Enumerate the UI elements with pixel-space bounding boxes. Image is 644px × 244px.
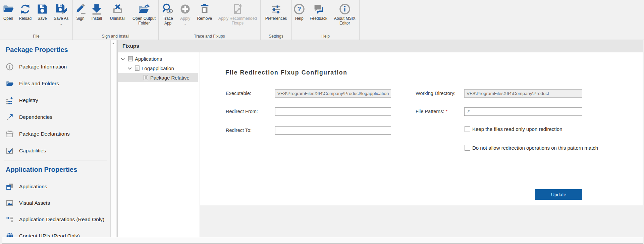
sidebar-item-package-declarations[interactable]: Package Declarations [0, 126, 110, 142]
fixup-document-icon [231, 3, 244, 15]
fixups-tree: Applications Logapplication Package Rela… [118, 52, 200, 237]
sidebar-item-package-information[interactable]: Package Information [0, 58, 110, 75]
document-icon [135, 65, 140, 71]
apply-plus-icon [179, 3, 191, 15]
ribbon-group-label: Sign and Install [73, 34, 158, 39]
ribbon-group-sign-install: Sign Install Uninstall Open Output Folde… [73, 0, 159, 40]
file-patterns-label: File Patterns: * [416, 108, 447, 115]
sidebar-heading-application-properties: Application Properties [0, 160, 110, 174]
sidebar-item-content-uris[interactable]: Content URIs (Read Only) [0, 228, 110, 237]
tree-item-applications[interactable]: Applications [118, 54, 200, 63]
svg-text:?: ? [298, 6, 301, 12]
ribbon-group-help: ? Help Feedback About MSIX Editor Help [292, 0, 360, 40]
ribbon-group-label: File [0, 34, 72, 39]
sidebar-heading-package-properties: Package Properties [0, 40, 110, 54]
reload-button[interactable]: Reload [16, 0, 34, 21]
image-icon [6, 199, 14, 207]
fixups-panel: Fixups Applications Logapplication Packa… [117, 40, 643, 237]
about-msix-editor-button[interactable]: About MSIX Editor [331, 0, 359, 26]
bottom-status-bar [2, 237, 643, 244]
required-marker: * [445, 109, 447, 114]
checkbox-box[interactable] [465, 126, 470, 132]
chevron-down-icon: ⌄ [184, 22, 187, 25]
chevron-down-icon [127, 67, 132, 70]
uninstall-icon [112, 3, 124, 15]
scrollbar-up-arrow[interactable] [111, 40, 116, 47]
trash-icon [199, 3, 211, 15]
preferences-button[interactable]: Preferences [262, 0, 290, 21]
file-patterns-input[interactable] [464, 107, 582, 116]
help-button[interactable]: ? Help [292, 0, 306, 21]
tree-item-logapplication[interactable]: Logapplication [118, 63, 200, 73]
sidebar-item-visual-assets[interactable]: Visual Assets [0, 195, 110, 211]
feedback-button[interactable]: Feedback [307, 0, 330, 21]
info-circle-icon [6, 63, 14, 71]
chevron-down-icon: ⌄ [60, 22, 63, 25]
sidebar-item-files-and-folders[interactable]: Files and Folders [0, 75, 110, 92]
form-background [200, 205, 643, 237]
feedback-icon [313, 3, 325, 15]
navigation-sidebar: Package Properties Package Information F… [0, 40, 110, 237]
info-icon [339, 3, 351, 15]
folder-icon [6, 80, 14, 88]
sidebar-item-dependencies[interactable]: Dependencies [0, 109, 110, 126]
list-arrow-icon [6, 215, 14, 224]
executable-label: Executable: [226, 90, 251, 97]
update-button[interactable]: Update [535, 189, 582, 200]
sidebar-item-application-declarations[interactable]: Application Declarations (Read Only) [0, 211, 110, 228]
install-arrow-icon [91, 3, 103, 15]
form-title: File Redirection Fixup Configuration [225, 69, 347, 76]
sliders-icon [270, 3, 282, 15]
dependencies-icon [6, 113, 14, 121]
windows-icon [6, 183, 14, 191]
help-icon: ? [293, 3, 305, 15]
checkbox-box[interactable] [465, 145, 470, 151]
sidebar-item-capabilities[interactable]: Capabilities [0, 142, 110, 159]
ribbon-group-trace-fixups: Trace App Apply ⌄ Remove Apply Recommend… [159, 0, 261, 40]
open-output-folder-button[interactable]: Open Output Folder [130, 0, 158, 26]
remove-button[interactable]: Remove [194, 0, 215, 21]
apply-button[interactable]: Apply ⌄ [177, 0, 193, 25]
ribbon-group-settings: Preferences Settings [261, 0, 292, 40]
trace-app-button[interactable]: Trace App [160, 0, 176, 26]
sign-button[interactable]: Sign [73, 0, 88, 21]
keep-read-only-checkbox[interactable]: Keep the files read only upon redirectio… [465, 126, 562, 132]
save-as-button[interactable]: Save As ⌄ [50, 0, 72, 25]
working-directory-label: Working Directory: [416, 90, 455, 97]
registry-icon [6, 96, 14, 104]
sidebar-item-registry[interactable]: Registry [0, 92, 110, 109]
tree-item-package-relative[interactable]: Package Relative [118, 73, 198, 82]
redirect-to-input[interactable] [275, 126, 391, 135]
pencil-icon [74, 3, 87, 15]
document-icon [128, 56, 133, 61]
sidebar-scrollbar[interactable] [110, 40, 116, 237]
executable-input[interactable] [275, 89, 391, 98]
ribbon-group-file: Open Reload Save Save As ⌄ File [0, 0, 73, 40]
ribbon-toolbar: Open Reload Save Save As ⌄ File Sign [0, 0, 644, 40]
gift-icon [6, 130, 14, 138]
file-redirection-fixup-form: File Redirection Fixup Configuration Exe… [200, 52, 643, 237]
checkbox-check-icon [6, 147, 14, 155]
fixups-panel-title: Fixups [118, 40, 643, 52]
save-button[interactable]: Save [35, 0, 50, 21]
open-output-folder-icon [138, 3, 150, 15]
apply-recommended-fixups-button[interactable]: Apply Recommended Fixups [216, 0, 259, 26]
save-as-icon [55, 3, 67, 15]
save-icon [36, 3, 48, 15]
trace-app-icon [162, 3, 174, 15]
install-button[interactable]: Install [88, 0, 105, 21]
redirect-to-label: Redirect To: [226, 127, 252, 134]
working-directory-input[interactable] [464, 89, 582, 98]
reload-icon [19, 3, 31, 15]
uninstall-button[interactable]: Uninstall [106, 0, 130, 21]
disallow-redirection-checkbox[interactable]: Do not allow redirection operations on t… [465, 145, 598, 151]
redirect-from-input[interactable] [275, 107, 391, 116]
sidebar-item-applications[interactable]: Applications [0, 178, 110, 195]
document-icon [144, 75, 148, 80]
ribbon-group-label: Settings [261, 34, 291, 39]
globe-icon [6, 232, 14, 238]
open-folder-icon [2, 3, 14, 15]
chevron-down-icon [121, 57, 125, 60]
open-button[interactable]: Open [1, 0, 16, 21]
redirect-from-label: Redirect From: [226, 108, 258, 115]
